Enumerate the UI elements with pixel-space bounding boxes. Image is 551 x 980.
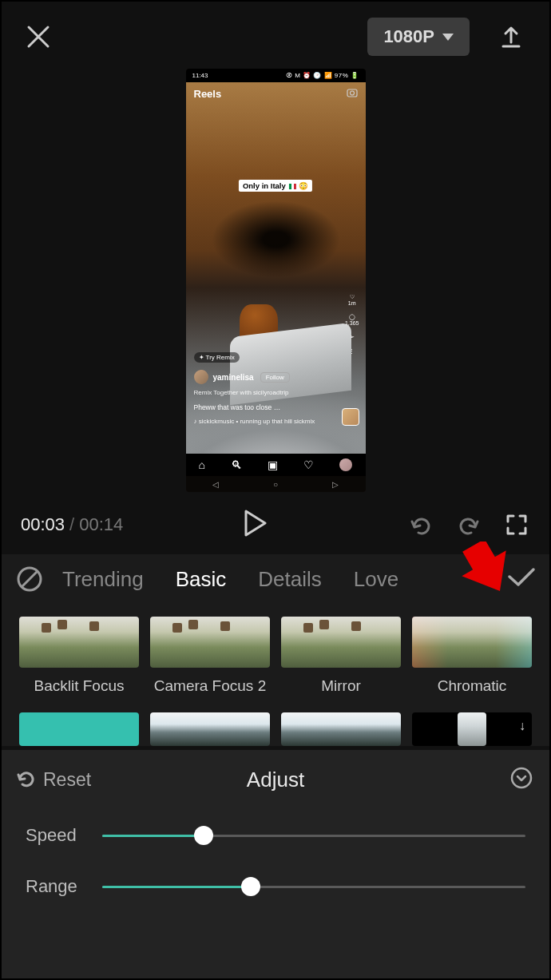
svg-point-3 [512, 768, 531, 788]
svg-rect-0 [347, 89, 357, 97]
effect-thumb [150, 617, 270, 668]
emoji-icon: 😳 [299, 181, 308, 190]
effect-label: Camera Focus 2 [150, 677, 270, 695]
comment-icon: ◯1,365 [345, 314, 359, 326]
slider-fill [102, 886, 251, 888]
heart-icon: ♡ [303, 458, 314, 471]
more-icon: ⋮ [349, 348, 355, 355]
close-button[interactable] [22, 21, 54, 53]
video-preview[interactable]: 11:43 ⦿ M ⏰ 🕑 📶 97% 🔋 Reels Only in Ital… [186, 69, 366, 492]
category-trending[interactable]: Trending [62, 567, 144, 592]
redo-button[interactable] [455, 511, 482, 538]
statusbar-icons: ⦿ M ⏰ 🕑 📶 97% 🔋 [286, 72, 359, 79]
effects-panel: Trending Basic Details Love Backlit Focu… [2, 554, 549, 746]
resolution-button[interactable]: 1080P [367, 18, 470, 56]
effect-label: Mirror [281, 677, 401, 695]
category-basic[interactable]: Basic [176, 567, 227, 592]
like-count: 1m [348, 300, 356, 306]
effect-camera-focus-2[interactable]: Camera Focus 2 [150, 617, 270, 695]
reels-label: Reels [194, 88, 222, 100]
confirm-button[interactable] [506, 565, 537, 593]
current-time: 00:03 [21, 514, 65, 534]
total-time: 00:14 [79, 514, 123, 534]
caption-audio: ♪ sickickmusic • running up that hill si… [194, 418, 315, 425]
svg-point-1 [350, 91, 354, 95]
slider-label: Speed [26, 825, 102, 846]
system-nav: ◁○▷ [186, 476, 366, 492]
reels-tab-icon: ▣ [268, 458, 278, 471]
resolution-label: 1080P [383, 26, 434, 47]
effect-chromatic[interactable]: Chromatic [412, 617, 532, 695]
export-button[interactable] [494, 19, 529, 54]
download-icon: ↓ [519, 719, 525, 733]
camera-icon [347, 87, 358, 101]
effect-mirror[interactable]: Mirror [281, 617, 401, 695]
statusbar-time: 11:43 [192, 72, 208, 79]
effect-item[interactable] [281, 712, 401, 746]
slider-track[interactable] [102, 835, 525, 837]
effects-row-1: Backlit Focus Camera Focus 2 Mirror Chro… [2, 604, 549, 695]
like-icon: ♡1m [348, 294, 356, 306]
time-display: 00:03/00:14 [21, 514, 123, 535]
profile-icon [339, 458, 352, 471]
transport-bar: 00:03/00:14 [2, 498, 549, 554]
preview-area: 11:43 ⦿ M ⏰ 🕑 📶 97% 🔋 Reels Only in Ital… [2, 62, 549, 498]
phone-statusbar: 11:43 ⦿ M ⏰ 🕑 📶 97% 🔋 [186, 69, 366, 82]
play-button[interactable] [243, 510, 267, 540]
reel-side-icons: ♡1m ◯1,365 ➢ ⋮ [345, 294, 359, 363]
effect-item[interactable] [19, 712, 139, 746]
caret-down-icon [442, 34, 454, 41]
caption-remix: Remix Together with sicilyroadtrip [194, 389, 289, 396]
collapse-button[interactable] [509, 766, 533, 793]
effect-label: Backlit Focus [19, 677, 139, 695]
adjust-title: Adjust [2, 768, 549, 792]
remix-pill: ✦ Try Remix [194, 352, 240, 363]
slider-knob[interactable] [194, 826, 213, 845]
comment-count: 1,365 [345, 320, 359, 326]
home-icon: ⌂ [199, 458, 205, 471]
username: yaminelisa [213, 373, 254, 382]
category-bar: Trending Basic Details Love [2, 554, 549, 604]
slider-range: Range [26, 876, 525, 897]
avatar [194, 370, 208, 384]
slider-speed: Speed [26, 825, 525, 846]
search-icon: 🔍︎ [231, 458, 242, 471]
fullscreen-button[interactable] [503, 511, 530, 538]
effect-label: Chromatic [412, 677, 532, 695]
follow-button: Follow [260, 372, 290, 383]
overlay-text: Only in Italy [243, 181, 286, 190]
effect-item[interactable]: ↓ [412, 712, 532, 746]
slider-label: Range [26, 876, 102, 897]
adjust-header: Adjust Reset [2, 750, 549, 809]
slider-fill [102, 835, 204, 837]
no-effect-button[interactable] [16, 565, 43, 593]
slider-group: Speed Range [2, 809, 549, 897]
effect-thumb [19, 617, 139, 668]
audio-thumb [342, 408, 359, 426]
effect-thumb [281, 617, 401, 668]
category-details[interactable]: Details [258, 567, 321, 592]
top-bar: 1080P [2, 2, 549, 62]
slider-track[interactable] [102, 886, 525, 888]
effect-item[interactable] [150, 712, 270, 746]
transport-controls [386, 511, 530, 538]
app-root: 1080P 11:43 ⦿ M ⏰ 🕑 📶 97% 🔋 Reels [0, 0, 551, 980]
italy-flag-icon [288, 184, 295, 189]
adjust-panel: Adjust Reset Speed Range [2, 750, 549, 978]
caption-main: Pheww that was too close … [194, 403, 281, 411]
category-love[interactable]: Love [354, 567, 398, 592]
phone-tabbar: ⌂ 🔍︎ ▣ ♡ [186, 454, 366, 476]
effects-row-2: ↓ [2, 695, 549, 746]
slider-knob[interactable] [241, 877, 260, 896]
effect-thumb [412, 617, 532, 668]
share-icon: ➢ [350, 334, 355, 340]
reel-body: Reels Only in Italy 😳 ♡1m ◯1,365 ➢ ⋮ [186, 82, 366, 456]
effect-backlit-focus[interactable]: Backlit Focus [19, 617, 139, 695]
overlay-text-pill: Only in Italy 😳 [239, 180, 312, 192]
undo-button[interactable] [407, 511, 434, 538]
reels-header: Reels [186, 82, 366, 105]
user-line: yaminelisa Follow [194, 370, 290, 384]
top-right-group: 1080P [367, 18, 529, 56]
